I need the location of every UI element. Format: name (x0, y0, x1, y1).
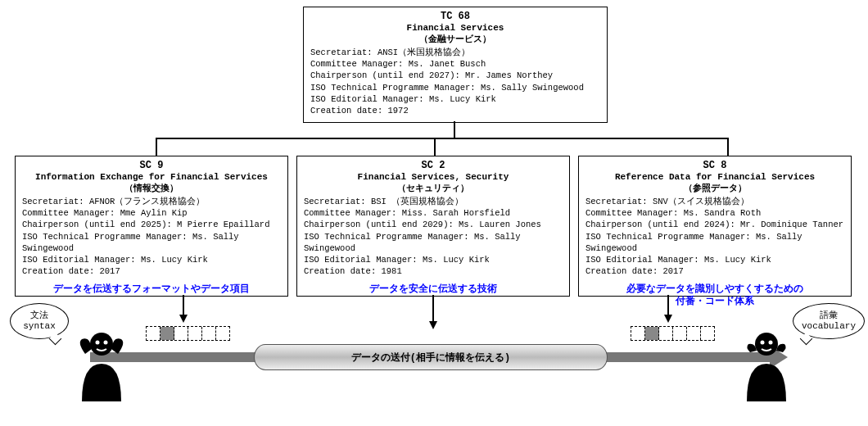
arrow-sc8-down-line (667, 295, 669, 315)
connector-sc9-down (156, 138, 157, 156)
sc9-name-jp: （情報交換） (16, 182, 287, 194)
sc2-name-en: Financial Services, Security (297, 172, 569, 182)
svg-point-4 (761, 341, 765, 345)
arrow-sc8-down-head (664, 315, 672, 323)
sc2-name-jp: （セキュリティ） (297, 182, 569, 194)
bubble-vocabulary: 語彙 vocabulary (793, 303, 865, 339)
bubble-syntax-en: syntax (23, 321, 56, 332)
svg-point-5 (769, 341, 773, 345)
bubble-syntax: 文法 syntax (10, 303, 69, 339)
sc8-name-en: Reference Data for Financial Services (579, 172, 851, 182)
box-sc9: SC 9 Information Exchange for Financial … (15, 156, 288, 297)
bubble-vocabulary-jp: 語彙 (820, 310, 838, 321)
sc8-summary: 必要なデータを識別しやすくするための 付番・コード体系 (579, 280, 851, 308)
org-chart-canvas: TC 68 Financial Services （金融サービス） Secret… (0, 0, 868, 426)
connector-tc-down (454, 121, 455, 138)
arrow-sc9-down-line (183, 295, 184, 315)
sc8-code: SC 8 (579, 156, 851, 172)
tc68-code: TC 68 (304, 7, 607, 23)
connector-sc2-down (434, 138, 436, 156)
tc68-name-jp: （金融サービス） (304, 33, 607, 45)
sc8-name-jp: （参照データ） (579, 182, 851, 194)
bubble-syntax-jp: 文法 (30, 310, 48, 321)
arrow-sc9-down-head (179, 315, 188, 323)
sc9-summary: データを伝送するフォーマットやデータ項目 (16, 280, 287, 296)
sc2-details: Secretariat: BSI （英国規格協会） Committee Mana… (297, 194, 569, 280)
tc68-name-en: Financial Services (304, 23, 607, 33)
svg-point-1 (96, 341, 100, 345)
connector-sc8-down (727, 138, 729, 156)
sc2-code: SC 2 (297, 156, 569, 172)
person-sender-icon (74, 328, 129, 401)
connector-horizontal (156, 138, 729, 139)
flow-pipe: データの送付(相手に情報を伝える) (254, 344, 608, 370)
sc9-name-en: Information Exchange for Financial Servi… (16, 172, 287, 182)
sc8-details: Secretariat: SNV（スイス規格協会） Committee Mana… (579, 194, 851, 280)
svg-point-2 (104, 341, 108, 345)
arrow-sc2-down-line (432, 295, 434, 321)
tc68-details: Secretariat: ANSI（米国規格協会） Committee Mana… (304, 45, 607, 120)
sc2-summary: データを安全に伝送する技術 (297, 280, 569, 296)
packet-left (146, 326, 230, 341)
flow-pipe-label: データの送付(相手に情報を伝える) (351, 351, 510, 365)
person-receiver-icon (739, 328, 794, 401)
packet-right (631, 326, 715, 341)
box-tc68: TC 68 Financial Services （金融サービス） Secret… (303, 7, 608, 123)
svg-point-0 (90, 333, 113, 356)
sc9-code: SC 9 (16, 156, 287, 172)
box-sc2: SC 2 Financial Services, Security （セキュリテ… (296, 156, 570, 297)
box-sc8: SC 8 Reference Data for Financial Servic… (578, 156, 852, 297)
sc9-details: Secretariat: AFNOR（フランス規格協会） Committee M… (16, 194, 287, 280)
arrow-sc2-down-head (429, 321, 437, 329)
bubble-vocabulary-en: vocabulary (802, 321, 856, 332)
svg-point-3 (755, 333, 778, 356)
